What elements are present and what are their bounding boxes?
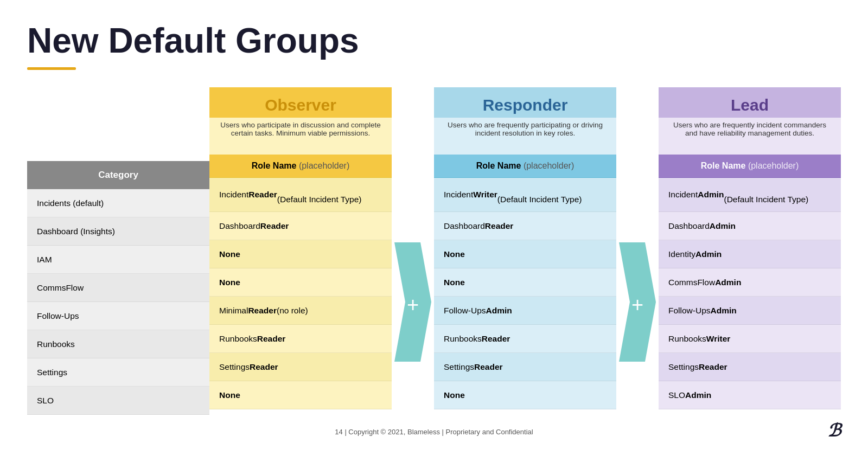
responder-cell: Runbooks Reader: [434, 325, 616, 353]
observer-column: Observer Users who participate in discus…: [209, 87, 392, 415]
lead-column: Lead Users who are frequently incident c…: [659, 87, 841, 415]
lead-rolename: Role Name (placeholder): [659, 155, 841, 178]
category-cell: CommsFlow: [27, 274, 209, 302]
observer-cell: Minimal Reader (no role): [209, 297, 392, 325]
page-title: New Default Groups: [27, 22, 841, 60]
observer-desc: Users who participate in discussion and …: [209, 118, 392, 155]
category-cell: Settings: [27, 358, 209, 387]
lead-cell: SLO Admin: [659, 381, 841, 409]
responder-rolename: Role Name (placeholder): [434, 155, 616, 178]
observer-cell: None: [209, 268, 392, 297]
arrow2-column: +: [616, 87, 659, 415]
svg-text:+: +: [631, 293, 643, 316]
observer-cell: Settings Reader: [209, 353, 392, 381]
category-cell: SLO: [27, 387, 209, 415]
observer-cell: None: [209, 381, 392, 409]
category-cell: Dashboard (Insights): [27, 217, 209, 246]
responder-cell: Incident Writer(Default Incident Type): [434, 178, 616, 212]
responder-cell: None: [434, 240, 616, 268]
category-header: Category: [27, 161, 209, 189]
responder-cell: None: [434, 381, 616, 409]
lead-cell: Runbooks Writer: [659, 325, 841, 353]
cat-header-spacer: [27, 87, 209, 161]
responder-title: Responder: [441, 96, 610, 114]
arrow1-column: +: [392, 87, 434, 415]
responder-column: Responder Users who are frequently parti…: [434, 87, 616, 415]
observer-header: Observer: [209, 87, 392, 118]
right-arrow-2-icon: +: [619, 242, 656, 362]
lead-desc: Users who are frequently incident comman…: [659, 118, 841, 155]
lead-cell: Settings Reader: [659, 353, 841, 381]
lead-cell: Follow-Ups Admin: [659, 297, 841, 325]
responder-cell: None: [434, 268, 616, 297]
lead-rows: Incident Admin(Default Incident Type)Das…: [659, 178, 841, 409]
responder-rows: Incident Writer(Default Incident Type)Da…: [434, 178, 616, 409]
lead-header: Lead: [659, 87, 841, 118]
category-cell: IAM: [27, 246, 209, 274]
lead-cell: Identity Admin: [659, 240, 841, 268]
category-rows: Incidents (default)Dashboard (Insights)I…: [27, 189, 209, 415]
category-cell: Follow-Ups: [27, 302, 209, 330]
observer-rolename: Role Name (placeholder): [209, 155, 392, 178]
observer-cell: Incident Reader(Default Incident Type): [209, 178, 392, 212]
category-cell: Incidents (default): [27, 189, 209, 217]
lead-cell: Dashboard Admin: [659, 212, 841, 240]
responder-desc: Users who are frequently participating o…: [434, 118, 616, 155]
lead-cell: Incident Admin(Default Incident Type): [659, 178, 841, 212]
footer-text: 14 | Copyright © 2021, Blameless | Propr…: [27, 428, 841, 436]
title-underline: [27, 67, 76, 70]
responder-cell: Settings Reader: [434, 353, 616, 381]
category-cell: Runbooks: [27, 330, 209, 358]
responder-header: Responder: [434, 87, 616, 118]
right-arrow-1-icon: +: [394, 242, 431, 362]
svg-text:+: +: [407, 293, 419, 316]
category-column: Category Incidents (default)Dashboard (I…: [27, 87, 209, 415]
blameless-logo: ℬ: [827, 420, 841, 441]
observer-title: Observer: [216, 96, 385, 114]
observer-rows: Incident Reader(Default Incident Type)Da…: [209, 178, 392, 409]
main-layout: Category Incidents (default)Dashboard (I…: [27, 87, 841, 415]
lead-cell: CommsFlow Admin: [659, 268, 841, 297]
responder-cell: Follow-Ups Admin: [434, 297, 616, 325]
responder-cell: Dashboard Reader: [434, 212, 616, 240]
observer-cell: None: [209, 240, 392, 268]
lead-title: Lead: [665, 96, 834, 114]
observer-cell: Runbooks Reader: [209, 325, 392, 353]
observer-cell: Dashboard Reader: [209, 212, 392, 240]
